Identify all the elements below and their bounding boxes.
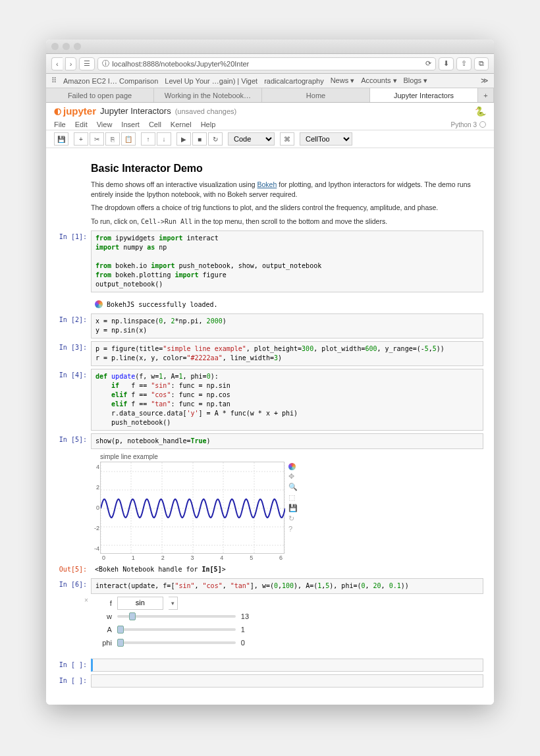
code-cell-4[interactable]: In [4]: def update(f, w=1, A=1, phi=0): … <box>57 369 483 431</box>
python-logo: 🐍 <box>475 106 486 117</box>
code-cell-3[interactable]: In [3]: p = figure(title="simple line ex… <box>57 341 483 366</box>
back-button[interactable]: ‹ <box>51 57 63 70</box>
command-palette-button[interactable]: ⌘ <box>280 132 294 146</box>
phi-slider[interactable] <box>117 641 236 644</box>
menu-view[interactable]: View <box>97 121 113 128</box>
menu-help[interactable]: Help <box>201 121 216 128</box>
pan-icon[interactable]: ✥ <box>288 472 298 481</box>
bokeh-logo-icon[interactable] <box>288 463 296 470</box>
code-cell-6[interactable]: In [6]: interact(update, f=["sin", "cos"… <box>57 578 483 594</box>
zoom-icon[interactable]: 🔍 <box>288 483 298 491</box>
fav-item[interactable]: Blogs ▾ <box>404 76 428 85</box>
menu-file[interactable]: File <box>54 121 66 128</box>
tab-failed[interactable]: Failed to open page <box>46 88 154 102</box>
cell-toolbar-select[interactable]: CellToolbar <box>300 132 352 146</box>
url-bar[interactable]: ⓘ localhost:8888/notebooks/Jupyter%20Int… <box>97 57 436 70</box>
code-input[interactable]: interact(update, f=["sin", "cos", "tan"]… <box>91 578 483 594</box>
reset-icon[interactable]: ↻ <box>288 514 298 523</box>
jupyter-notebook: ◐ jupyter Jupyter Interactors (unsaved c… <box>46 103 494 705</box>
restart-button[interactable]: ↻ <box>208 132 223 146</box>
tab-jupyter[interactable]: Jupyter Interactors <box>370 88 478 102</box>
jupyter-logo[interactable]: ◐ jupyter <box>54 105 96 117</box>
tabs-button[interactable]: ⧉ <box>474 57 489 70</box>
notebook-status: (unsaved changes) <box>175 107 237 115</box>
menu-edit[interactable]: Edit <box>75 121 88 128</box>
new-tab-button[interactable]: + <box>478 88 494 102</box>
bokeh-link[interactable]: Bokeh <box>257 180 277 188</box>
code-cell-1[interactable]: In [1]: from ipywidgets import interact … <box>57 230 483 292</box>
save-icon[interactable]: 💾 <box>288 504 298 512</box>
code-input[interactable] <box>91 674 483 688</box>
f-select[interactable]: sin <box>117 597 163 610</box>
widget-close-icon[interactable]: × <box>80 597 92 649</box>
browser-tabs: Failed to open page Working in the Noteb… <box>46 88 494 103</box>
browser-toolbar: ‹› ☰ ⓘ localhost:8888/notebooks/Jupyter%… <box>46 54 494 74</box>
fav-item[interactable]: radicalcartography <box>264 77 324 85</box>
bokeh-plot[interactable]: 420-2-4 0123456 <box>100 462 284 554</box>
widget-f: f sin▾ <box>92 597 249 610</box>
A-slider[interactable] <box>117 628 236 631</box>
save-button[interactable]: 💾 <box>54 132 68 146</box>
kernel-status-icon <box>479 121 486 128</box>
tab-working[interactable]: Working in the Notebook… <box>154 88 262 102</box>
box-zoom-icon[interactable]: ⬚ <box>288 493 298 502</box>
forward-button[interactable]: › <box>65 57 77 70</box>
in-prompt: In [3]: <box>57 341 91 366</box>
code-input[interactable]: x = np.linspace(0, 2*np.pi, 2000) y = np… <box>91 313 483 338</box>
paste-button[interactable]: 📋 <box>121 132 136 146</box>
run-button[interactable]: ▶ <box>176 132 191 146</box>
favorites-bar: ⠿ Amazon EC2 I… Comparison Level Up Your… <box>46 74 494 88</box>
reload-icon[interactable]: ⟳ <box>425 59 431 68</box>
share-button[interactable]: ⇧ <box>456 57 472 70</box>
notebook-content: Basic Interactor Demo This demo shows of… <box>46 148 494 698</box>
code-input[interactable] <box>91 659 483 672</box>
menu-insert[interactable]: Insert <box>121 121 140 128</box>
code-cell-2[interactable]: In [2]: x = np.linspace(0, 2*np.pi, 2000… <box>57 313 483 338</box>
move-down-button[interactable]: ↓ <box>157 132 171 146</box>
stop-button[interactable]: ■ <box>192 132 207 146</box>
fav-item[interactable]: Amazon EC2 I… Comparison <box>63 77 158 85</box>
markdown-cell[interactable]: Basic Interactor Demo This demo shows of… <box>57 163 483 227</box>
code-cell-empty[interactable]: In [ ]: <box>57 659 483 672</box>
url-text: localhost:8888/notebooks/Jupyter%20Inter <box>112 60 249 68</box>
in-prompt: In [5]: <box>57 433 91 449</box>
download-button[interactable]: ⬇ <box>439 57 454 70</box>
minimize-traffic[interactable] <box>63 43 70 50</box>
out-prompt: Out[5]: <box>57 563 91 576</box>
cut-button[interactable]: ✂ <box>90 132 104 146</box>
menu-cell[interactable]: Cell <box>149 121 161 128</box>
overflow-icon[interactable]: ≫ <box>481 76 489 85</box>
in-prompt: In [ ]: <box>57 659 91 672</box>
copy-button[interactable]: ⎘ <box>105 132 120 146</box>
sidebar-button[interactable]: ☰ <box>79 57 95 70</box>
code-input[interactable]: show(p, notebook_handle=True) <box>91 433 483 449</box>
code-input[interactable]: p = figure(title="simple line example", … <box>91 341 483 366</box>
widget-w: w 13 <box>92 610 249 623</box>
add-cell-button[interactable]: + <box>74 132 88 146</box>
code-input[interactable]: from ipywidgets import interact import n… <box>91 230 483 292</box>
zoom-traffic[interactable] <box>74 43 81 50</box>
notebook-title[interactable]: Jupyter Interactors <box>100 106 171 116</box>
cell-type-select[interactable]: Code <box>228 132 275 146</box>
move-up-button[interactable]: ↑ <box>141 132 155 146</box>
help-icon[interactable]: ? <box>288 525 298 533</box>
code-input[interactable]: def update(f, w=1, A=1, phi=0): if f == … <box>91 369 483 431</box>
menu-kernel[interactable]: Kernel <box>171 121 192 128</box>
apps-icon[interactable]: ⠿ <box>51 76 57 85</box>
demo-p1: This demo shows off an interactive visua… <box>91 180 483 199</box>
bokeh-icon <box>95 300 103 308</box>
fav-item[interactable]: Accounts ▾ <box>361 76 396 85</box>
w-slider[interactable] <box>117 615 236 618</box>
tab-home[interactable]: Home <box>262 88 370 102</box>
close-traffic[interactable] <box>51 43 59 50</box>
fav-item[interactable]: News ▾ <box>331 76 355 85</box>
fav-item[interactable]: Level Up Your …gain) | Viget <box>165 77 257 85</box>
menubar: File Edit View Insert Cell Kernel Help P… <box>46 119 494 130</box>
code-cell-5[interactable]: In [5]: show(p, notebook_handle=True) <box>57 433 483 449</box>
in-prompt: In [ ]: <box>57 674 91 688</box>
plot-toolbar: ✥ 🔍 ⬚ 💾 ↻ ? <box>284 462 298 554</box>
interact-widgets: f sin▾ w 13 A 1 phi 0 <box>92 597 249 649</box>
notebook-header: ◐ jupyter Jupyter Interactors (unsaved c… <box>46 103 494 119</box>
code-cell-empty-2[interactable]: In [ ]: <box>57 674 483 688</box>
f-dropdown-icon[interactable]: ▾ <box>169 597 178 610</box>
